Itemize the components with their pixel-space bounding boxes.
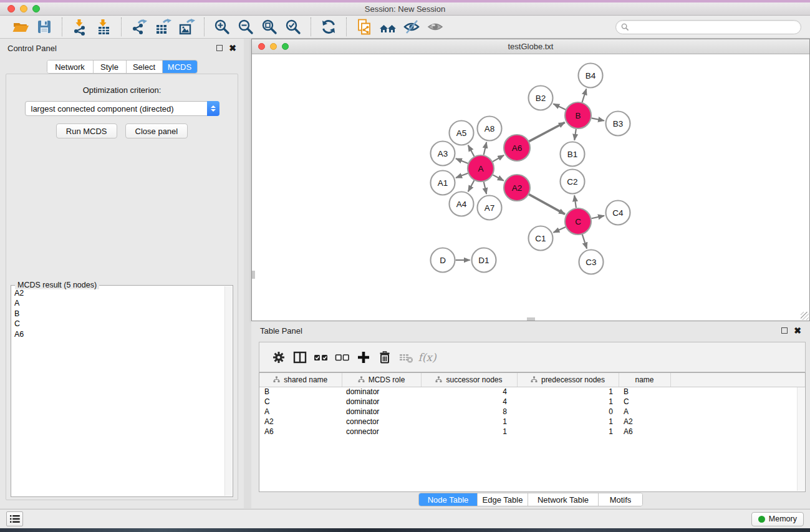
- apply-layout-icon[interactable]: [319, 17, 339, 36]
- zoom-in-icon[interactable]: [212, 17, 232, 36]
- graph-edge[interactable]: [582, 89, 587, 102]
- table-cell[interactable]: A2: [619, 417, 670, 427]
- deselect-all-icon[interactable]: [332, 348, 353, 367]
- table-cell[interactable]: 1: [517, 387, 619, 397]
- graph-edge[interactable]: [456, 173, 468, 178]
- export-image-icon[interactable]: [176, 17, 196, 36]
- graph-edge[interactable]: [574, 129, 576, 140]
- tab-edge-table[interactable]: Edge Table: [477, 493, 528, 506]
- show-all-icon[interactable]: [425, 17, 445, 36]
- table-row[interactable]: Bdominator41B: [259, 387, 805, 397]
- search-field[interactable]: [615, 20, 801, 34]
- close-table-panel-icon[interactable]: ✖: [794, 327, 801, 334]
- table-cell[interactable]: 0: [517, 407, 619, 417]
- table-cell[interactable]: 1: [517, 417, 619, 427]
- graph-edge[interactable]: [591, 216, 604, 218]
- function-builder-icon[interactable]: f(x): [417, 348, 438, 367]
- delete-table-icon[interactable]: [395, 348, 417, 367]
- close-panel-button[interactable]: Close panel: [125, 123, 188, 138]
- table-cell[interactable]: A: [619, 407, 670, 417]
- zoom-selected-icon[interactable]: [283, 17, 303, 36]
- table-cell[interactable]: C: [619, 397, 670, 407]
- export-network-icon[interactable]: [129, 17, 149, 36]
- table-cell[interactable]: B: [259, 387, 342, 397]
- graph-edge[interactable]: [574, 195, 576, 208]
- import-network-icon[interactable]: [70, 17, 90, 36]
- import-table-icon[interactable]: [94, 17, 113, 36]
- table-cell[interactable]: B: [619, 387, 670, 397]
- table-cell[interactable]: dominator: [342, 407, 421, 417]
- table-cell[interactable]: C: [259, 397, 342, 407]
- task-history-button[interactable]: [6, 511, 23, 526]
- table-cell[interactable]: 1: [421, 417, 517, 427]
- graph-edge[interactable]: [493, 155, 504, 162]
- table-cell[interactable]: A6: [619, 427, 670, 437]
- tab-motifs[interactable]: Motifs: [598, 493, 642, 506]
- zoom-out-icon[interactable]: [236, 17, 256, 36]
- graph-edge[interactable]: [582, 235, 587, 249]
- graph-edge[interactable]: [484, 181, 486, 194]
- select-all-icon[interactable]: [311, 348, 332, 367]
- graph-edge[interactable]: [529, 195, 565, 215]
- column-settings-icon[interactable]: [268, 348, 289, 367]
- canvas-vertical-scroll-stub[interactable]: [252, 271, 255, 279]
- first-neighbors-icon[interactable]: [378, 17, 398, 36]
- table-cell[interactable]: 1: [517, 397, 619, 407]
- tab-network[interactable]: Network: [47, 60, 93, 73]
- graph-edge[interactable]: [553, 104, 566, 110]
- column-header-predecessor-nodes[interactable]: predecessor nodes: [517, 373, 619, 387]
- canvas-horizontal-scroll-stub[interactable]: [527, 317, 535, 321]
- table-cell[interactable]: 8: [421, 407, 517, 417]
- table-cell[interactable]: 1: [421, 427, 517, 437]
- table-row[interactable]: Cdominator41C: [259, 397, 805, 407]
- add-column-icon[interactable]: [353, 348, 374, 367]
- mcds-result-item[interactable]: C: [14, 319, 224, 329]
- memory-button[interactable]: Memory: [751, 512, 804, 526]
- save-session-icon[interactable]: [34, 17, 54, 36]
- table-row[interactable]: Adominator80A: [259, 407, 805, 417]
- mcds-result-item[interactable]: A: [14, 298, 224, 308]
- mcds-result-item[interactable]: B: [14, 309, 224, 319]
- mcds-result-item[interactable]: A2: [14, 288, 224, 298]
- open-session-icon[interactable]: [11, 17, 31, 36]
- table-cell[interactable]: dominator: [342, 397, 421, 407]
- table-cell[interactable]: 4: [421, 387, 517, 397]
- tab-node-table[interactable]: Node Table: [419, 493, 477, 506]
- graph-edge[interactable]: [456, 158, 468, 163]
- close-panel-icon[interactable]: ✖: [229, 45, 236, 51]
- network-window-titlebar[interactable]: testGlobe.txt: [252, 39, 809, 54]
- export-table-icon[interactable]: [153, 17, 173, 36]
- mcds-result-scrollbar[interactable]: [224, 286, 232, 496]
- float-panel-icon[interactable]: [216, 45, 223, 51]
- table-cell[interactable]: 4: [421, 397, 517, 407]
- table-cell[interactable]: A: [259, 407, 342, 417]
- table-row[interactable]: A6connector11A6: [259, 427, 805, 437]
- window-resize-grip[interactable]: [801, 312, 809, 320]
- network-canvas[interactable]: B4B2BB3B1A5A8A6A3AA1A2C2A4A7CC4C1C3DD1: [252, 54, 809, 321]
- criterion-select[interactable]: largest connected component (directed): [25, 101, 219, 116]
- zoom-fit-icon[interactable]: [259, 17, 279, 36]
- graph-edge[interactable]: [468, 180, 475, 191]
- tab-select[interactable]: Select: [126, 60, 162, 73]
- table-cell[interactable]: 1: [517, 427, 619, 437]
- table-cell[interactable]: connector: [342, 427, 421, 437]
- graph-edge[interactable]: [529, 122, 564, 141]
- column-header-shared-name[interactable]: shared name: [259, 373, 342, 387]
- delete-column-icon[interactable]: [374, 348, 395, 367]
- table-row[interactable]: A2connector11A2: [259, 417, 805, 427]
- tab-mcds[interactable]: MCDS: [162, 60, 197, 73]
- tab-style[interactable]: Style: [93, 60, 126, 73]
- graph-edge[interactable]: [484, 142, 486, 155]
- hide-selected-icon[interactable]: [402, 17, 422, 36]
- table-cell[interactable]: connector: [342, 417, 421, 427]
- graph-edge[interactable]: [592, 118, 604, 120]
- table-scrollbar[interactable]: [797, 387, 804, 491]
- column-header-mcds-role[interactable]: MCDS role: [342, 373, 421, 387]
- table-cell[interactable]: A6: [259, 427, 342, 437]
- graph-edge[interactable]: [493, 175, 503, 180]
- search-input[interactable]: [632, 22, 796, 31]
- float-table-panel-icon[interactable]: [781, 327, 788, 334]
- column-header-name[interactable]: name: [619, 373, 670, 387]
- table-cell[interactable]: A2: [259, 417, 342, 427]
- tab-network-table[interactable]: Network Table: [528, 493, 598, 506]
